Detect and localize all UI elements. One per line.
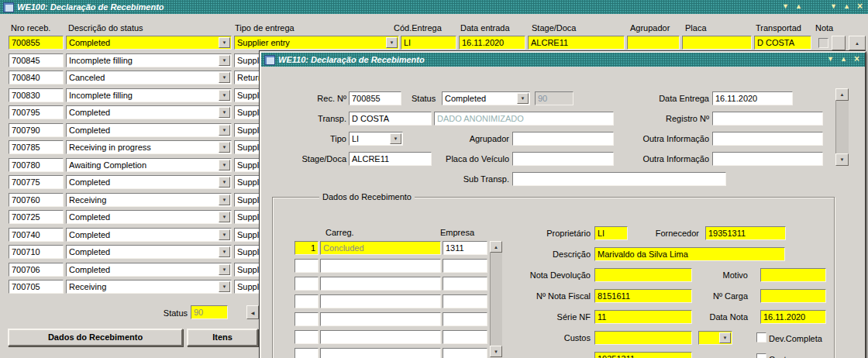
grid-scrollbar-track[interactable] — [490, 241, 502, 357]
proprietario-field[interactable]: LI — [594, 226, 628, 240]
cell-data-entrada[interactable]: 16.11.2020 — [459, 36, 525, 50]
grid-status-cell[interactable] — [320, 259, 441, 273]
cell-nro[interactable]: 700705 — [9, 280, 64, 294]
grid-empresa-cell[interactable] — [443, 312, 487, 326]
cell-status[interactable]: Completed▼ — [66, 123, 232, 137]
motivo-field[interactable] — [760, 268, 826, 282]
dropdown-icon[interactable]: ▼ — [219, 37, 230, 48]
grid-status-cell[interactable] — [320, 330, 441, 344]
dropdown-icon[interactable]: ▼ — [719, 332, 731, 343]
dropdown-icon[interactable]: ▼ — [219, 177, 230, 188]
cell-status[interactable]: Completed▼ — [66, 228, 232, 242]
cell-status[interactable]: Completed▼ — [66, 105, 232, 119]
cell-status[interactable]: Completed▼ — [66, 210, 232, 224]
fornecedor-field[interactable]: 19351311 — [705, 226, 786, 240]
rec-no-field[interactable]: 700855 — [349, 91, 401, 105]
cell-status[interactable]: Completed▼ — [66, 245, 232, 259]
scroll-down-icon[interactable]: ▼ — [835, 153, 849, 166]
dropdown-icon[interactable]: ▼ — [390, 133, 401, 144]
dropdown-icon[interactable]: ▼ — [219, 246, 230, 257]
grid-seq-cell[interactable] — [294, 312, 319, 326]
dropdown-icon[interactable]: ▼ — [219, 160, 230, 170]
grid-seq-cell[interactable] — [294, 348, 319, 358]
dados-recebimento-button[interactable]: Dados do Recebimento — [8, 329, 183, 346]
grid-seq-cell[interactable] — [294, 294, 319, 308]
serie-nf-field[interactable]: 11 — [594, 310, 692, 324]
dropdown-icon[interactable]: ▼ — [219, 229, 230, 240]
cell-transportadora[interactable]: D COSTA — [754, 36, 811, 50]
cell-nro[interactable]: 700740 — [9, 228, 64, 242]
scroll-up-icon[interactable]: ▲ — [490, 241, 502, 253]
stage-doca-field[interactable]: ALCRE11 — [349, 152, 432, 166]
scroll-up-icon[interactable]: ▲ — [849, 36, 866, 50]
we100-titlebar[interactable]: WE100: Declaração de Recebimento ▼ ▲ ▼ ▲… — [0, 0, 868, 14]
transp-field[interactable]: D COSTA — [349, 112, 432, 126]
cell-nro[interactable]: 700845 — [9, 53, 64, 67]
carga-field[interactable] — [760, 289, 826, 303]
grid-status-cell[interactable] — [320, 294, 441, 308]
cell-nro[interactable]: 700710 — [9, 245, 64, 259]
status-combo[interactable]: Completed▼ — [442, 91, 530, 105]
cell-agrupador[interactable] — [627, 36, 680, 50]
dropdown-icon[interactable]: ▼ — [219, 281, 230, 292]
cell-nro[interactable]: 700725 — [9, 210, 64, 224]
table-row-selected[interactable]: 700855 Completed▼ Supplier entry▼ LI 16.… — [0, 36, 868, 52]
agrupador-field[interactable] — [512, 132, 614, 146]
cell-status[interactable]: Receiving in progress▼ — [66, 140, 232, 154]
grid-empresa-cell[interactable] — [443, 259, 487, 273]
cell-status[interactable]: Incomplete filling▼ — [66, 53, 232, 67]
maximize-icon[interactable]: ▲ — [841, 1, 852, 12]
cell-tipo[interactable]: Supplier entry▼ — [234, 36, 399, 50]
cell-status[interactable]: Receiving▼ — [66, 280, 232, 294]
data-entrega-field[interactable]: 16.11.2020 — [712, 91, 793, 105]
dropdown-icon[interactable]: ▼ — [219, 125, 230, 136]
cell-nro[interactable]: 700830 — [9, 88, 64, 102]
dropdown-icon[interactable]: ▼ — [219, 142, 230, 153]
grid-seq-cell[interactable] — [294, 330, 319, 344]
outra-info2-field[interactable] — [712, 152, 823, 166]
cell-status[interactable]: Completed▼ — [66, 36, 232, 50]
data-nota-field[interactable]: 16.11.2020 — [760, 310, 826, 324]
custos-checkbox[interactable] — [756, 353, 766, 358]
maximize-icon[interactable]: ▲ — [793, 1, 804, 12]
custos-combo[interactable]: ▼ — [698, 331, 732, 345]
dev-completa-checkbox[interactable] — [756, 332, 766, 343]
cell-status[interactable]: Completed▼ — [66, 175, 232, 189]
cell-nro[interactable]: 700760 — [9, 193, 64, 207]
tipo-combo[interactable]: LI▼ — [349, 132, 403, 146]
sub-transp-field[interactable] — [512, 172, 726, 186]
nota-devolucao-field[interactable] — [594, 268, 692, 282]
dropdown-icon[interactable]: ▼ — [219, 90, 230, 101]
cell-nro[interactable]: 700785 — [9, 140, 64, 154]
grid-status-cell[interactable] — [320, 312, 441, 326]
cell-nro[interactable]: 700840 — [9, 71, 64, 84]
cell-status[interactable]: Canceled▼ — [66, 71, 232, 84]
dropdown-icon[interactable]: ▼ — [219, 107, 230, 118]
minimize-icon[interactable]: ▼ — [825, 53, 836, 65]
descricao-field[interactable]: Marivaldo da Silva Lima — [594, 247, 785, 261]
dropdown-icon[interactable]: ▼ — [219, 55, 230, 66]
grid-empresa-cell[interactable]: 1311 — [443, 241, 487, 255]
cell-placa[interactable] — [682, 36, 752, 50]
grid-seq-cell[interactable] — [294, 259, 319, 273]
dropdown-icon[interactable]: ▼ — [386, 37, 398, 48]
grid-empresa-cell[interactable] — [443, 348, 487, 358]
close-icon[interactable]: × — [851, 53, 863, 65]
cell-nro[interactable]: 700775 — [9, 175, 64, 189]
nota-fiscal-field[interactable]: 8151611 — [594, 289, 692, 303]
grid-status-cell[interactable] — [320, 277, 441, 291]
nota-checkbox[interactable] — [818, 38, 828, 48]
cell-stage-doca[interactable]: ALCRE11 — [528, 36, 625, 50]
dropdown-icon[interactable]: ▼ — [517, 93, 529, 104]
dropdown-icon[interactable]: ▼ — [219, 212, 230, 222]
grid-empresa-cell[interactable] — [443, 294, 487, 308]
grid-status-cell[interactable]: Concluded — [320, 241, 441, 255]
dropdown-icon[interactable]: ▼ — [219, 72, 230, 83]
grid-empresa-cell[interactable] — [443, 330, 487, 344]
grid-status-cell[interactable] — [320, 348, 441, 358]
registro-field[interactable] — [712, 112, 823, 126]
minimize-icon[interactable]: ▼ — [780, 1, 791, 12]
we110-titlebar[interactable]: WE110: Declaração de Recebimento ▼ ▲ × — [261, 53, 865, 67]
cell-status[interactable]: Incomplete filling▼ — [66, 88, 232, 102]
cell-status[interactable]: Receiving▼ — [66, 193, 232, 207]
